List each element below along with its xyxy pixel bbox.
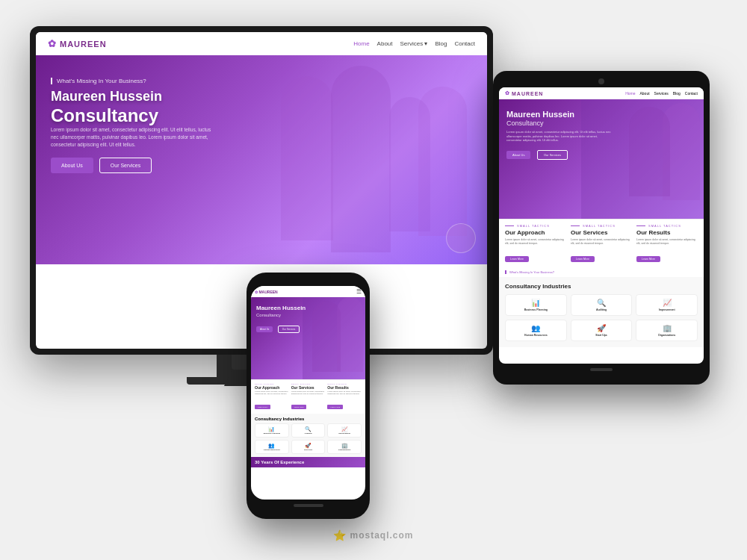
phone-features: SMALL TACTICS Our Approach Lorem ipsum d… — [251, 379, 365, 414]
phone-about-btn[interactable]: About Us — [256, 326, 273, 332]
tablet-industry-6: 🏢 Organizations — [636, 320, 698, 341]
tablet-industry-1: 📊 Business Planning — [505, 294, 567, 316]
phone-ind-icon-6: 🏢 — [330, 443, 359, 449]
tablet-f3-tag: SMALL TACTICS — [636, 224, 698, 228]
tablet-screen: ✿ MAUREEN Home About Services Blog Conta… — [499, 87, 704, 364]
tablet-ind-icon-4: 👥 — [509, 324, 562, 332]
tablet-feature-2: SMALL TACTICS Our Services Lorem ipsum d… — [571, 224, 632, 263]
phone-f1-btn[interactable]: Learn More — [255, 405, 270, 409]
phone-hero-content: Maureen Hussein Consultancy About Us Our… — [251, 297, 365, 340]
phone-device: ✿ MAUREEN ☰ Maureen Hussein Consultancy … — [247, 273, 370, 519]
phone-industries: Consultancy Industries 📊 Business Planni… — [251, 414, 365, 457]
phone-notch — [286, 273, 331, 283]
logo-text: MAUREEN — [60, 40, 107, 49]
tablet-ind-name-4: Human Resources — [509, 334, 562, 337]
tablet-ind-icon-1: 📊 — [509, 299, 562, 307]
tablet-frame: ✿ MAUREEN Home About Services Blog Conta… — [493, 71, 710, 385]
phone-ind-4: 👥 Human Resources — [255, 440, 289, 454]
tablet-home-button[interactable] — [590, 368, 613, 371]
nav-blog[interactable]: Blog — [435, 40, 447, 47]
tablet-hero-title1: Maureen Hussein — [506, 110, 696, 119]
tablet-nav-blog[interactable]: Blog — [673, 91, 681, 96]
phone-home-button[interactable] — [294, 504, 323, 507]
phone-services-btn[interactable]: Our Services — [278, 326, 300, 333]
hero-tagline: What's Missing In Your Business? — [51, 78, 472, 84]
tablet-logo: ✿ MAUREEN — [505, 90, 619, 96]
phone-feature-3: SMALL TACTICS Our Results Lorem ipsum do… — [327, 383, 362, 411]
tablet-f2-tag: SMALL TACTICS — [571, 224, 632, 228]
tablet-nav-home[interactable]: Home — [625, 91, 635, 96]
tablet-nav-links: Home About Services Blog Contact — [625, 91, 698, 96]
tablet-industry-4: 👥 Human Resources — [505, 320, 567, 341]
hero-title-line1: Maureen Hussein — [51, 89, 472, 105]
phone-ind-icon-1: 📊 — [258, 426, 286, 432]
tablet-hero-tagline-small: What's Missing In Your Business? — [499, 267, 704, 277]
globe-decoration — [446, 223, 476, 253]
phone-ind-1: 📊 Business Planning — [255, 423, 289, 438]
phone-f2-btn[interactable]: Learn More — [291, 405, 307, 409]
watermark-text: mostaql.com — [350, 530, 413, 541]
tablet-f1-btn[interactable]: Learn More — [505, 256, 529, 262]
tablet-about-btn[interactable]: About Us — [506, 151, 530, 159]
phone-experience: 30 Years Of Experience — [251, 457, 365, 467]
tablet-industry-2: 🔍 Auditing — [571, 294, 633, 316]
tablet-ind-icon-6: 🏢 — [640, 324, 693, 332]
hero-buttons: About Us Our Services — [51, 158, 472, 173]
tablet-f3-desc: Lorem ipsum dolor sit amet, consectetur … — [636, 238, 698, 246]
phone-menu-icon[interactable]: ☰ — [356, 288, 362, 295]
tablet-nav-about[interactable]: About — [639, 91, 649, 96]
hero-description: Lorem ipsum dolor sit amet, consectetur … — [51, 126, 215, 148]
nav-home[interactable]: Home — [353, 40, 369, 47]
tablet-f2-btn[interactable]: Learn More — [571, 256, 595, 262]
phone-ind-icon-4: 👥 — [258, 443, 286, 449]
tablet-hero-title2: Consultancy — [506, 119, 696, 127]
tablet-ind-icon-5: 🚀 — [575, 324, 628, 332]
nav-contact[interactable]: Contact — [454, 40, 475, 47]
tablet-feature-1: SMALL TACTICS Our Approach Lorem ipsum d… — [505, 224, 566, 263]
scene: ✿ MAUREEN Home About Services ▾ Blog Con… — [15, 11, 732, 549]
phone-f3-btn[interactable]: Learn More — [327, 405, 343, 409]
phone-logo: ✿ MAUREEN — [255, 290, 356, 294]
tablet-f3-title: Our Results — [636, 229, 698, 236]
phone-ind-6: 🏢 Organizations — [327, 440, 362, 454]
tablet-nav-contact[interactable]: Contact — [685, 91, 698, 96]
tablet-ind-name-1: Business Planning — [509, 308, 562, 311]
phone-hero-title2: Consultancy — [256, 313, 360, 317]
phone-ind-icon-3: 📈 — [330, 426, 359, 432]
nav-services[interactable]: Services ▾ — [400, 40, 428, 47]
phone-nav: ✿ MAUREEN ☰ — [251, 286, 365, 297]
phone-feature-2: SMALL TACTICS Our Services Lorem ipsum d… — [291, 383, 326, 411]
desktop-nav: ✿ MAUREEN Home About Services ▾ Blog Con… — [36, 32, 487, 55]
tablet-f3-btn[interactable]: Learn More — [636, 256, 660, 262]
our-services-button[interactable]: Our Services — [99, 158, 152, 173]
phone-ind-3: 📈 Improvement — [327, 423, 362, 438]
tablet-industries: Consultancy Industries 📊 Business Planni… — [499, 277, 704, 347]
hero-title-line2: Consultancy — [51, 105, 472, 127]
tablet-hero-content: Maureen Hussein Consultancy Lorem ipsum … — [499, 99, 704, 170]
about-us-button[interactable]: About Us — [51, 158, 93, 173]
watermark-icon: ⭐ — [333, 529, 347, 541]
tablet-industries-title: Consultancy Industries — [505, 283, 698, 290]
phone-screen: ✿ MAUREEN ☰ Maureen Hussein Consultancy … — [251, 286, 365, 500]
tablet-device: ✿ MAUREEN Home About Services Blog Conta… — [493, 71, 710, 385]
phone-ind-5: 🚀 Start Ups — [291, 440, 326, 454]
watermark: ⭐ mostaql.com — [333, 529, 413, 541]
tablet-f2-desc: Lorem ipsum dolor sit amet, consectetur … — [571, 238, 632, 246]
phone-hero-title1: Maureen Hussein — [256, 305, 360, 312]
tablet-industry-5: 🚀 Start Ups — [571, 320, 633, 341]
tablet-nav-services[interactable]: Services — [654, 91, 669, 96]
phone-industries-title: Consultancy Industries — [255, 417, 362, 421]
logo-icon: ✿ — [48, 38, 57, 49]
phone-hero: Maureen Hussein Consultancy About Us Our… — [251, 297, 365, 379]
tablet-f1-title: Our Approach — [505, 229, 566, 236]
nav-about[interactable]: About — [377, 40, 393, 47]
tablet-services-btn[interactable]: Our Services — [537, 150, 568, 160]
tablet-f1-tag: SMALL TACTICS — [505, 224, 566, 228]
tablet-f1-desc: Lorem ipsum dolor sit amet, consectetur … — [505, 238, 566, 246]
phone-ind-icon-2: 🔍 — [294, 426, 323, 432]
phone-industries-grid: 📊 Business Planning 🔍 Auditing 📈 Improve… — [255, 423, 362, 454]
phone-feature-1: SMALL TACTICS Our Approach Lorem ipsum d… — [255, 383, 289, 411]
tablet-industry-3: 📈 Improvement — [636, 294, 698, 316]
tablet-hero: Maureen Hussein Consultancy Lorem ipsum … — [499, 99, 704, 219]
desktop-logo: ✿ MAUREEN — [48, 38, 341, 49]
